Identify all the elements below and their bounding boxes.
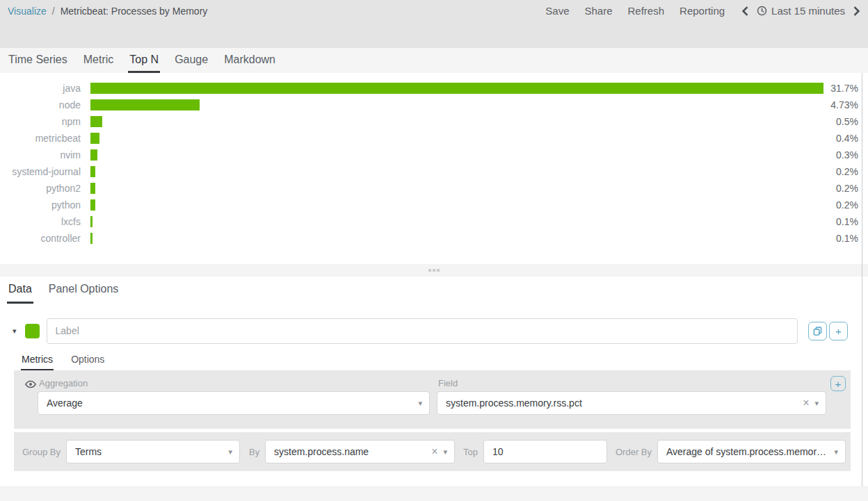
tab-options-label: Options <box>71 354 104 365</box>
clear-icon[interactable]: × <box>431 446 437 457</box>
bar <box>90 199 95 211</box>
group-by-field-select[interactable]: system.process.name × ▾ <box>265 440 455 463</box>
chevron-down-icon: ▾ <box>834 447 838 457</box>
series-collapse-caret-icon[interactable]: ▾ <box>13 327 17 335</box>
chart-bar-row: lxcfs 0.1% <box>0 216 868 227</box>
clone-icon <box>813 327 822 336</box>
app-header: Visualize / Metricbeat: Processes by Mem… <box>0 0 868 48</box>
time-range-button[interactable]: Last 15 minutes <box>757 5 845 17</box>
aggregation-select[interactable]: Average ▾ <box>38 391 430 415</box>
chart-bar-row: node 4.73% <box>0 99 868 110</box>
bar-track <box>90 233 823 244</box>
series-label-input[interactable] <box>47 318 798 344</box>
top-label: Top <box>463 447 478 457</box>
bar <box>90 99 200 110</box>
group-by-type-select[interactable]: Terms ▾ <box>66 440 240 463</box>
top-n-input[interactable] <box>483 440 607 463</box>
chart-bar-row: nvim 0.3% <box>0 149 868 161</box>
bar <box>90 149 97 161</box>
bar-track <box>90 99 823 110</box>
footer-strip <box>0 486 868 501</box>
tab-panel-options-label: Panel Options <box>49 283 119 295</box>
tab-data-label: Data <box>8 283 32 295</box>
bar-category-label: python2 <box>0 183 81 194</box>
viz-type-tab-label: Metric <box>83 54 114 66</box>
chevron-down-icon: ▾ <box>443 447 447 457</box>
bar-category-label: node <box>0 99 81 110</box>
bar-track <box>90 133 823 144</box>
bar-value-label: 0.5% <box>828 116 858 127</box>
viz-type-tab[interactable]: Time Series <box>7 48 69 73</box>
field-select[interactable]: system.process.memory.rss.pct × ▾ <box>437 391 826 415</box>
bar-category-label: python <box>0 199 81 211</box>
bar-value-label: 0.1% <box>828 233 858 244</box>
field-select-value: system.process.memory.rss.pct <box>446 397 797 409</box>
chevron-down-icon: ▾ <box>814 399 819 408</box>
breadcrumb-visualize-link[interactable]: Visualize <box>8 6 47 17</box>
clone-series-button[interactable] <box>808 322 827 340</box>
bar <box>90 166 95 177</box>
bar-track <box>90 199 823 211</box>
bar-value-label: 0.2% <box>828 199 858 211</box>
bar-value-label: 0.2% <box>828 183 858 194</box>
viz-type-tabs: Time Series Metric Top N Gauge Markdown <box>0 48 868 73</box>
viz-type-tab-label: Time Series <box>8 54 67 66</box>
bar <box>90 216 93 227</box>
group-by-panel: Group By Terms ▾ By system.process.name … <box>14 432 851 471</box>
page-title: Metricbeat: Processes by Memory <box>61 6 208 17</box>
bar-category-label: metricbeat <box>0 133 81 144</box>
viz-type-tab[interactable]: Top N <box>128 48 160 73</box>
tab-panel-options[interactable]: Panel Options <box>47 277 120 304</box>
editor-tabs: Data Panel Options <box>0 277 868 304</box>
bar-category-label: java <box>0 83 81 94</box>
breadcrumb-separator: / <box>52 6 55 17</box>
tab-data[interactable]: Data <box>7 277 33 304</box>
chart-bar-row: python2 0.2% <box>0 183 868 194</box>
bar <box>90 133 99 144</box>
viz-type-tab-label: Top N <box>129 54 159 66</box>
save-button[interactable]: Save <box>545 5 569 17</box>
viz-type-tab[interactable]: Metric <box>82 48 115 73</box>
time-range-label: Last 15 minutes <box>771 5 845 17</box>
panel-resize-handle[interactable] <box>0 264 868 277</box>
add-metric-button[interactable]: + <box>830 376 846 391</box>
timepicker: Last 15 minutes <box>740 5 862 17</box>
bar <box>90 183 95 194</box>
reporting-button[interactable]: Reporting <box>680 5 725 17</box>
order-by-select[interactable]: Average of system.process.memory... ▾ <box>657 440 846 463</box>
bar-track <box>90 83 823 94</box>
chevron-down-icon: ▾ <box>228 447 232 457</box>
viz-type-tab[interactable]: Gauge <box>173 48 209 73</box>
viz-type-tab[interactable]: Markdown <box>223 48 277 73</box>
bar-track <box>90 216 823 227</box>
top-navigation: Save Share Refresh Reporting Last 15 min… <box>545 5 862 17</box>
add-series-button[interactable]: + <box>829 322 848 340</box>
bar-value-label: 0.2% <box>828 166 858 177</box>
chevron-down-icon: ▾ <box>418 399 422 408</box>
chevron-right-icon <box>853 6 860 16</box>
plus-icon: + <box>835 378 842 390</box>
clear-icon[interactable]: × <box>803 397 809 409</box>
viz-type-tab-label: Markdown <box>224 54 275 66</box>
tab-metrics-label: Metrics <box>22 354 53 365</box>
bar-value-label: 31.7% <box>828 83 858 94</box>
time-back-button[interactable] <box>740 6 750 16</box>
group-by-type-value: Terms <box>75 446 223 457</box>
breadcrumb: Visualize / Metricbeat: Processes by Mem… <box>8 6 207 17</box>
bar-category-label: npm <box>0 116 81 127</box>
viz-type-tab-label: Gauge <box>175 54 208 66</box>
bar-value-label: 0.4% <box>828 133 858 144</box>
time-forward-button[interactable] <box>851 6 862 16</box>
series-row: ▾ + <box>0 318 868 344</box>
bar <box>90 233 93 244</box>
share-button[interactable]: Share <box>584 5 612 17</box>
tab-metrics[interactable]: Metrics <box>21 350 54 370</box>
eye-icon[interactable] <box>24 379 37 391</box>
bar <box>90 83 823 94</box>
chart-bar-row: java 31.7% <box>0 83 868 94</box>
series-color-swatch[interactable] <box>25 324 40 338</box>
aggregation-select-value: Average <box>47 397 412 409</box>
refresh-button[interactable]: Refresh <box>628 5 665 17</box>
tab-options[interactable]: Options <box>70 350 105 370</box>
group-by-label: Group By <box>22 447 61 457</box>
